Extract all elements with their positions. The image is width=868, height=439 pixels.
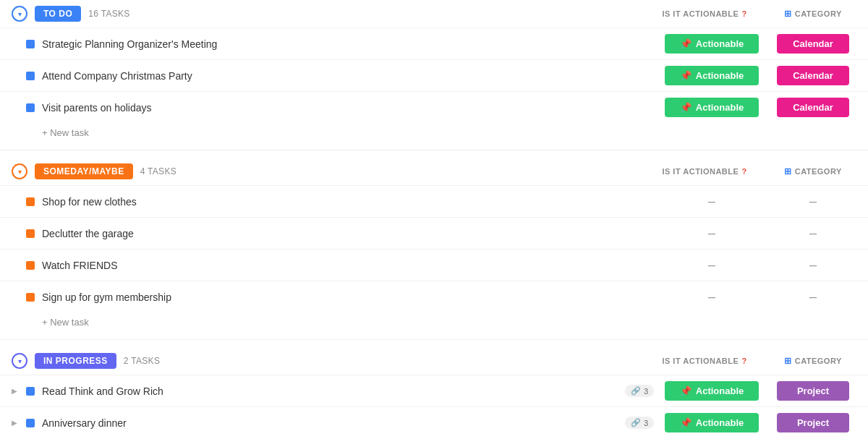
task-subtask-count: 🔗3 xyxy=(625,385,654,397)
pin-icon: 📌 xyxy=(680,70,692,81)
task-actionable-cell[interactable]: 📌Actionable xyxy=(654,98,770,117)
task-category-cell: – xyxy=(770,194,856,209)
section-badge-someday: SOMEDAY/MAYBE xyxy=(35,163,133,179)
section-count-inprogress: 2 TASKS xyxy=(124,356,160,366)
task-title[interactable]: Declutter the garage xyxy=(42,228,654,239)
col-header-actionable-inprogress: IS IT ACTIONABLE? xyxy=(647,357,762,365)
category-label: CATEGORY xyxy=(795,357,842,365)
task-title[interactable]: Anniversary dinner xyxy=(42,417,619,429)
task-row: ▶Read Think and Grow Rich🔗3📌ActionablePr… xyxy=(0,375,868,406)
task-actionable-cell[interactable]: 📌Actionable xyxy=(654,66,770,85)
task-category-cell[interactable]: Project xyxy=(770,413,856,432)
new-task-button[interactable]: + New task xyxy=(0,312,868,332)
actionable-label-text: Actionable xyxy=(696,385,744,396)
task-row: Attend Company Christmas Party📌Actionabl… xyxy=(0,59,868,91)
task-row: Declutter the garage–– xyxy=(0,217,868,249)
task-category-cell: – xyxy=(770,257,856,273)
task-expand-arrow[interactable]: ▶ xyxy=(12,419,26,427)
task-title[interactable]: Shop for new clothes xyxy=(42,196,654,208)
actionable-pill[interactable]: 📌Actionable xyxy=(665,413,759,432)
col-header-category-inprogress: ⊞CATEGORY xyxy=(770,356,856,366)
task-status-dot xyxy=(26,261,35,270)
task-title[interactable]: Watch FRIENDS xyxy=(42,260,654,271)
task-actionable-cell: – xyxy=(654,226,770,241)
pin-icon: 📌 xyxy=(680,38,692,49)
actionable-empty: – xyxy=(708,194,715,209)
task-actionable-cell[interactable]: 📌Actionable xyxy=(654,381,770,401)
task-title-area: Shop for new clothes xyxy=(42,196,654,208)
col-header-category-todo: ⊞CATEGORY xyxy=(770,9,856,19)
col-header-actionable-todo: IS IT ACTIONABLE? xyxy=(647,9,762,18)
task-title[interactable]: Attend Company Christmas Party xyxy=(42,70,654,82)
collapse-button-todo[interactable]: ▾ xyxy=(12,6,27,22)
task-expand-arrow[interactable]: ▶ xyxy=(12,387,26,395)
task-status-dot xyxy=(26,72,35,80)
task-row: Sign up for gym membership–– xyxy=(0,281,868,312)
task-title[interactable]: Visit parents on holidays xyxy=(42,102,654,114)
actionable-question-mark: ? xyxy=(741,167,746,176)
task-title[interactable]: Sign up for gym membership xyxy=(42,291,654,303)
task-title-area: Sign up for gym membership xyxy=(42,291,654,303)
task-subtask-count: 🔗3 xyxy=(625,417,654,429)
actionable-question-mark: ? xyxy=(741,357,746,365)
task-row: Shop for new clothes–– xyxy=(0,185,868,217)
task-category-cell: – xyxy=(770,289,856,304)
task-title-area: Attend Company Christmas Party xyxy=(42,70,654,82)
task-actionable-cell[interactable]: 📌Actionable xyxy=(654,34,770,54)
link-icon: 🔗 xyxy=(631,386,641,396)
task-status-dot xyxy=(26,387,35,396)
actionable-pill[interactable]: 📌Actionable xyxy=(665,98,759,117)
section-badge-inprogress: IN PROGRESS xyxy=(35,353,116,369)
category-pill[interactable]: Calendar xyxy=(777,66,849,85)
category-label: CATEGORY xyxy=(795,9,842,18)
actionable-label-text: Actionable xyxy=(696,38,744,49)
task-title[interactable]: Read Think and Grow Rich xyxy=(42,385,619,397)
actionable-label-text: Actionable xyxy=(696,70,744,81)
task-actionable-cell: – xyxy=(654,194,770,209)
task-category-cell: – xyxy=(770,226,856,241)
section-todo: ▾TO DO16 TASKSIS IT ACTIONABLE?⊞CATEGORY… xyxy=(0,0,868,150)
task-actionable-cell[interactable]: 📌Actionable xyxy=(654,413,770,432)
task-category-cell[interactable]: Calendar xyxy=(770,34,856,54)
category-empty: – xyxy=(809,257,817,273)
task-status-dot xyxy=(26,419,35,427)
actionable-pill[interactable]: 📌Actionable xyxy=(665,381,759,401)
category-pill[interactable]: Calendar xyxy=(777,98,849,117)
task-category-cell[interactable]: Calendar xyxy=(770,98,856,117)
category-pill[interactable]: Project xyxy=(777,381,849,401)
section-count-todo: 16 TASKS xyxy=(88,9,129,19)
task-status-dot xyxy=(26,229,35,238)
actionable-label-text: Actionable xyxy=(696,102,744,113)
section-count-someday: 4 TASKS xyxy=(140,166,176,176)
task-category-cell[interactable]: Project xyxy=(770,381,856,401)
task-title-area: Strategic Planning Organizer's Meeting xyxy=(42,38,654,50)
new-task-button[interactable]: + New task xyxy=(0,123,868,142)
category-empty: – xyxy=(809,289,817,304)
task-title-area: Watch FRIENDS xyxy=(42,260,654,271)
section-inprogress: ▾IN PROGRESS2 TASKSIS IT ACTIONABLE?⊞CAT… xyxy=(0,347,868,439)
task-title-area: Read Think and Grow Rich🔗3 xyxy=(42,385,654,397)
task-title-area: Declutter the garage xyxy=(42,228,654,239)
grid-icon: ⊞ xyxy=(784,166,792,176)
actionable-label-text: Actionable xyxy=(696,417,744,428)
actionable-empty: – xyxy=(708,289,715,304)
task-status-dot xyxy=(26,40,35,48)
task-row: Strategic Planning Organizer's Meeting📌A… xyxy=(0,27,868,59)
section-badge-todo: TO DO xyxy=(35,6,81,22)
actionable-question-mark: ? xyxy=(741,9,746,18)
collapse-button-inprogress[interactable]: ▾ xyxy=(12,353,27,369)
col-header-actionable-someday: IS IT ACTIONABLE? xyxy=(647,167,762,176)
task-status-dot xyxy=(26,197,35,206)
actionable-label: IS IT ACTIONABLE xyxy=(662,167,739,176)
link-icon: 🔗 xyxy=(631,418,641,427)
actionable-pill[interactable]: 📌Actionable xyxy=(665,66,759,85)
task-title[interactable]: Strategic Planning Organizer's Meeting xyxy=(42,38,654,50)
category-pill[interactable]: Calendar xyxy=(777,34,849,54)
collapse-button-someday[interactable]: ▾ xyxy=(12,163,27,179)
section-header-todo: ▾TO DO16 TASKSIS IT ACTIONABLE?⊞CATEGORY xyxy=(0,0,868,27)
task-category-cell[interactable]: Calendar xyxy=(770,66,856,85)
category-pill[interactable]: Project xyxy=(777,413,849,432)
task-actionable-cell: – xyxy=(654,257,770,273)
actionable-pill[interactable]: 📌Actionable xyxy=(665,34,759,54)
section-someday: ▾SOMEDAY/MAYBE4 TASKSIS IT ACTIONABLE?⊞C… xyxy=(0,158,868,340)
